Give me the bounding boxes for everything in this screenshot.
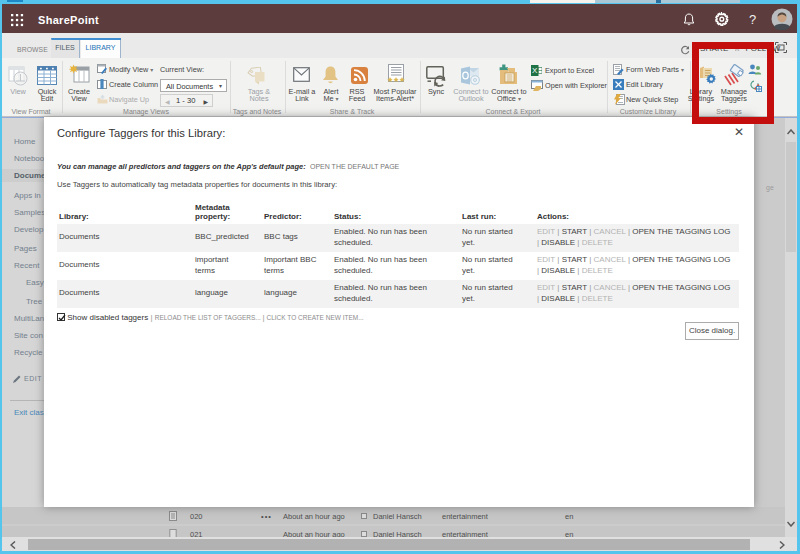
svg-text:X: X [532,66,538,75]
